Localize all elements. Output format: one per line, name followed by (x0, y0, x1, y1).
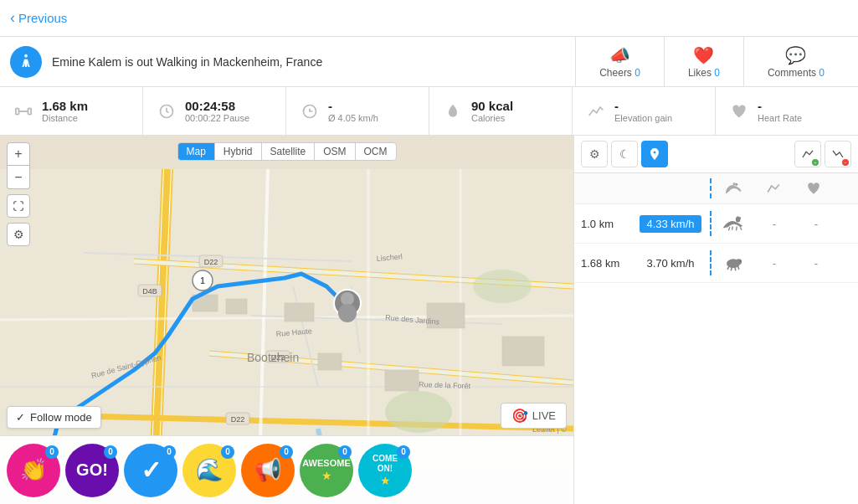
row1-divider (710, 211, 712, 236)
panel-toolbar: ⚙ ☾ + − (574, 136, 858, 173)
expand-button[interactable] (7, 194, 30, 218)
svg-text:D22: D22 (204, 258, 218, 266)
row2-animal (713, 255, 753, 271)
heart-icon (727, 100, 751, 123)
zoom-group: + − (7, 142, 30, 189)
time-value: 00:24:58 (185, 99, 249, 113)
stat-distance: 1.68 km Distance (0, 87, 143, 135)
svg-rect-15 (385, 370, 419, 391)
comments-label: Comments 0 (768, 67, 825, 79)
settings-button[interactable]: ⚙ (7, 223, 30, 246)
reaction-check[interactable]: ✓ 0 (124, 444, 177, 497)
calories-icon (441, 100, 465, 123)
map-type-satellite[interactable]: Satellite (261, 143, 315, 160)
elevation-icon (584, 100, 608, 123)
avatar (10, 46, 42, 78)
reaction-comeon[interactable]: COMEON! ★ 0 (358, 444, 412, 497)
main-content: D22 D22 D22 D4B Rue Haute Rue de Saint-C… (0, 136, 858, 504)
panel-map-button[interactable] (641, 141, 668, 167)
reaction-wave-badge: 0 (221, 445, 234, 459)
svg-text:Bootzhein: Bootzhein (247, 351, 299, 364)
back-label: Previous (18, 11, 67, 25)
pace-avg: Ø 4.05 km/h (328, 113, 378, 123)
row1-distance: 1.0 km (574, 218, 633, 230)
svg-rect-14 (318, 353, 342, 370)
reaction-go-badge: 0 (104, 445, 117, 459)
svg-point-48 (738, 217, 741, 219)
svg-point-39 (338, 304, 357, 322)
likes-label: Likes 0 (688, 67, 720, 79)
map-type-map[interactable]: Map (177, 143, 214, 160)
svg-rect-1 (16, 108, 19, 114)
svg-rect-13 (285, 303, 314, 321)
svg-point-0 (24, 54, 28, 57)
svg-line-50 (732, 227, 733, 230)
elevation-value: - (614, 99, 672, 113)
likes-button[interactable]: ❤️ Likes 0 (664, 37, 743, 87)
map-area[interactable]: D22 D22 D22 D4B Rue Haute Rue de Saint-C… (0, 136, 573, 504)
svg-point-20 (473, 270, 532, 303)
svg-rect-17 (502, 337, 544, 366)
svg-line-52 (740, 227, 741, 230)
map-type-ocm[interactable]: OCM (356, 143, 396, 160)
stats-bar: 1.68 km Distance 00:24:58 00:00:22 Pause… (0, 87, 858, 136)
zoom-out-button[interactable]: − (7, 166, 30, 189)
reaction-go[interactable]: GO! 0 (65, 444, 119, 497)
social-actions: 📣 Cheers 0 ❤️ Likes 0 💬 Comments 0 (575, 37, 848, 87)
reaction-check-badge: 0 (162, 445, 176, 459)
col-animal-header (713, 181, 753, 196)
panel-moon-button[interactable]: ☾ (611, 141, 638, 167)
reaction-megaphone-badge: 0 (280, 445, 293, 459)
map-type-hybrid[interactable]: Hybrid (215, 143, 262, 160)
live-label: LIVE (532, 409, 556, 422)
back-arrow-icon: ‹ (10, 9, 15, 27)
comments-button[interactable]: 💬 Comments 0 (743, 37, 848, 87)
row2-divider (710, 250, 712, 275)
row1-heart: - (795, 218, 837, 230)
panel-descent-button[interactable]: − (825, 141, 851, 167)
table-row: 1.68 km 3.70 km/h (574, 244, 858, 283)
back-button[interactable]: ‹ Previous (10, 9, 67, 27)
activity-header: Emine Kalem is out Walking in Mackenheim… (0, 37, 858, 87)
stat-elevation: - Elevation gain (573, 87, 716, 135)
data-table: 1.0 km 4.33 km/h (574, 173, 858, 504)
svg-text:D4B: D4B (142, 287, 157, 296)
left-controls: + − ⚙ (7, 142, 30, 246)
follow-mode-toggle[interactable]: ✓ Follow mode (7, 406, 101, 429)
live-button[interactable]: 🎯 LIVE (501, 403, 567, 429)
row1-speed: 4.33 km/h (640, 215, 701, 233)
distance-value: 1.68 km (42, 99, 88, 113)
svg-line-49 (728, 227, 729, 230)
row1-elevation: - (753, 218, 795, 230)
svg-point-59 (739, 260, 742, 263)
likes-icon: ❤️ (693, 45, 714, 65)
row2-elevation: - (753, 257, 795, 270)
zoom-in-button[interactable]: + (7, 142, 30, 166)
row2-heart: - (795, 257, 837, 270)
heart-value: - (758, 99, 802, 113)
reaction-megaphone[interactable]: 📢 0 (241, 444, 295, 497)
calories-label: Calories (471, 113, 513, 123)
pace-value: - (328, 99, 378, 113)
distance-label: Distance (42, 113, 88, 123)
map-type-bar: Map Hybrid Satellite OSM OCM (177, 142, 396, 161)
cheers-button[interactable]: 📣 Cheers 0 (575, 37, 664, 87)
map-type-osm[interactable]: OSM (315, 143, 355, 160)
panel-ascent-button[interactable]: + (794, 141, 821, 167)
stat-heart: - Heart Rate (716, 87, 858, 135)
activity-title: Emine Kalem is out Walking in Mackenheim… (52, 55, 575, 69)
panel-gear-button[interactable]: ⚙ (581, 141, 608, 167)
walk-icon (17, 53, 35, 71)
time-icon (155, 100, 178, 123)
col-elev-header (753, 181, 794, 196)
reaction-awesome-badge: 0 (338, 445, 352, 459)
heart-label: Heart Rate (758, 113, 802, 123)
right-panel: ⚙ ☾ + − (573, 136, 858, 504)
cheers-label: Cheers 0 (599, 67, 640, 79)
table-row: 1.0 km 4.33 km/h (574, 204, 858, 244)
follow-mode-label: Follow mode (30, 411, 92, 424)
reaction-clap[interactable]: 👏 0 (7, 444, 60, 497)
svg-line-57 (735, 267, 736, 270)
reaction-awesome[interactable]: AWESOME ★ 0 (300, 444, 353, 497)
reaction-wave[interactable]: 🌊 0 (182, 444, 236, 497)
